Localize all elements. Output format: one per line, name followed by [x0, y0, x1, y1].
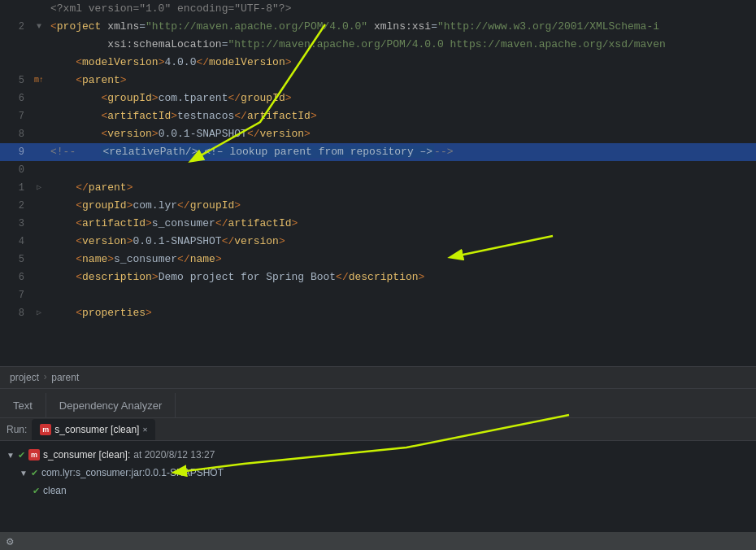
check-icon-3: ✔ — [33, 486, 40, 496]
tab-dependency-analyzer-label: Dependency Analyzer — [59, 399, 162, 412]
run-tree-item-1: ▼ ✔ m s_consumer [clean]: at 2020/8/12 1… — [7, 446, 749, 464]
line-gutter — [31, 54, 47, 72]
line-number: 2 — [0, 18, 31, 36]
run-tree-item-label-1: s_consumer [clean]: — [43, 449, 130, 461]
status-bar: ⚙ — [0, 532, 756, 550]
tab-text-label: Text — [13, 399, 33, 412]
tree-expand-arrow[interactable]: ▼ — [7, 451, 15, 460]
line-gutter: ▷ — [31, 304, 47, 322]
line-number: 6 — [0, 268, 31, 286]
line-content: <name>s_consumer</name> — [47, 251, 756, 268]
line-number — [0, 0, 31, 18]
run-tree-item-time: at 2020/8/12 13:27 — [133, 449, 215, 461]
line-gutter — [31, 233, 47, 251]
code-line: 7 <artifactId>testnacos</artifactId> — [0, 107, 756, 125]
code-line: 2 <groupId>com.lyr</groupId> — [0, 197, 756, 215]
code-line: 2 ▼ <project xmlns="http://maven.apache.… — [0, 18, 756, 36]
code-line: 5 <name>s_consumer</name> — [0, 251, 756, 268]
line-gutter — [31, 107, 47, 125]
run-tab[interactable]: m s_consumer [clean] ✕ — [32, 419, 155, 440]
check-icon: ✔ — [18, 450, 25, 461]
code-line-highlighted: 9 <!-- <relativePath/> <!– lookup parent… — [0, 143, 756, 161]
line-number: 8 — [0, 125, 31, 143]
code-line: 8 <version>0.0.1-SNAPSHOT</version> — [0, 125, 756, 143]
line-number: 5 — [0, 72, 31, 89]
fold-icon: ▷ — [37, 179, 41, 197]
code-line: 1 ▷ </parent> — [0, 179, 756, 197]
line-gutter — [31, 251, 47, 268]
line-gutter — [31, 215, 47, 233]
line-gutter — [31, 286, 47, 304]
run-label: Run: — [7, 424, 27, 435]
line-content: <!-- <relativePath/> <!– lookup parent f… — [47, 143, 756, 161]
code-line: 6 <description>Demo project for Spring B… — [0, 268, 756, 286]
line-content: <?xml version="1.0" encoding="UTF-8"?> — [47, 0, 756, 18]
code-lines: <?xml version="1.0" encoding="UTF-8"?> 2… — [0, 0, 756, 322]
tab-bar: Text Dependency Analyzer — [0, 389, 756, 418]
code-line: 5 m↑ <parent> — [0, 72, 756, 89]
line-number: 6 — [0, 89, 31, 107]
line-content: <project xmlns="http://maven.apache.org/… — [47, 18, 756, 36]
line-content: <version>0.0.1-SNAPSHOT</version> — [47, 233, 756, 251]
code-line: 3 <artifactId>s_consumer</artifactId> — [0, 215, 756, 233]
line-gutter: m↑ — [31, 72, 47, 89]
code-line: 7 — [0, 286, 756, 304]
line-content: </parent> — [47, 179, 756, 197]
line-content — [47, 286, 756, 304]
line-number: 7 — [0, 286, 31, 304]
line-gutter — [31, 197, 47, 215]
breadcrumb-item-project[interactable]: project — [10, 372, 39, 383]
tab-text[interactable]: Text — [0, 393, 46, 417]
code-line: xsi:schemaLocation="http://maven.apache.… — [0, 36, 756, 54]
tree-expand-arrow-2[interactable]: ▼ — [20, 469, 28, 478]
run-tree-item-label-2: com.lyr:s_consumer:jar:0.0.1-SNAPSHOT — [41, 467, 224, 478]
line-number: 2 — [0, 197, 31, 215]
line-content: <artifactId>s_consumer</artifactId> — [47, 215, 756, 233]
code-line: 0 — [0, 161, 756, 179]
line-gutter — [31, 268, 47, 286]
run-tree-item-3: ✔ clean — [7, 482, 749, 500]
line-number: 4 — [0, 233, 31, 251]
line-content: <description>Demo project for Spring Boo… — [47, 268, 756, 286]
line-number: 5 — [0, 251, 31, 268]
line-gutter — [31, 161, 47, 179]
line-gutter: ▷ — [31, 179, 47, 197]
line-gutter — [31, 125, 47, 143]
line-content: <parent> — [47, 72, 756, 89]
line-content: <properties> — [47, 304, 756, 322]
line-content: <groupId>com.tparent</groupId> — [47, 89, 756, 107]
fold-icon: ▷ — [37, 304, 41, 322]
line-content: xsi:schemaLocation="http://maven.apache.… — [47, 36, 756, 54]
line-number — [0, 54, 31, 72]
breadcrumb-bar: project › parent — [0, 366, 756, 389]
code-line: 8 ▷ <properties> — [0, 304, 756, 322]
settings-icon[interactable]: ⚙ — [7, 535, 13, 548]
line-number — [0, 36, 31, 54]
line-gutter — [31, 36, 47, 54]
breadcrumb-separator: › — [42, 372, 48, 383]
line-number: 3 — [0, 215, 31, 233]
line-content — [47, 161, 756, 179]
tab-dependency-analyzer[interactable]: Dependency Analyzer — [46, 393, 176, 417]
maven-icon-small: m — [28, 449, 40, 461]
run-tab-close-button[interactable]: ✕ — [142, 425, 147, 434]
line-gutter: ▼ — [31, 18, 47, 36]
run-panel: Run: m s_consumer [clean] ✕ ▼ ✔ m s_cons… — [0, 418, 756, 550]
check-icon-2: ✔ — [31, 468, 38, 478]
line-number: 8 — [0, 304, 31, 322]
editor-area: <?xml version="1.0" encoding="UTF-8"?> 2… — [0, 0, 756, 366]
line-gutter — [31, 143, 47, 161]
line-gutter — [31, 0, 47, 18]
line-content: <version>0.0.1-SNAPSHOT</version> — [47, 125, 756, 143]
line-content: <modelVersion>4.0.0</modelVersion> — [47, 54, 756, 72]
breadcrumb-item-parent[interactable]: parent — [51, 372, 79, 383]
run-content: ▼ ✔ m s_consumer [clean]: at 2020/8/12 1… — [0, 441, 756, 504]
maven-marker: m↑ — [34, 72, 44, 89]
code-line: 6 <groupId>com.tparent</groupId> — [0, 89, 756, 107]
run-tree-item-2: ▼ ✔ com.lyr:s_consumer:jar:0.0.1-SNAPSHO… — [7, 464, 749, 482]
maven-icon: m — [40, 424, 51, 435]
line-number: 1 — [0, 179, 31, 197]
line-number: 9 — [0, 143, 31, 161]
code-line: 4 <version>0.0.1-SNAPSHOT</version> — [0, 233, 756, 251]
run-header: Run: m s_consumer [clean] ✕ — [0, 418, 756, 441]
